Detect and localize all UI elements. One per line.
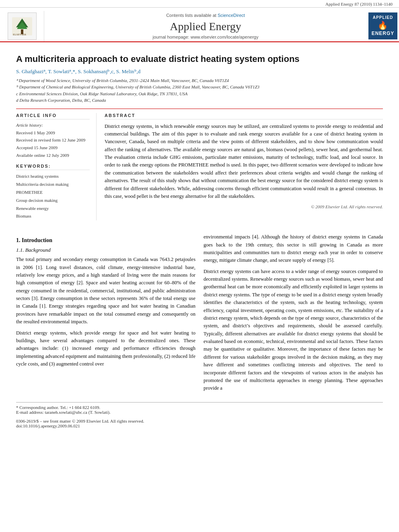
- affiliation-c: c Environmental Sciences Division, Oak R…: [16, 90, 383, 97]
- badge-applied: APPLIED: [370, 15, 396, 20]
- subsection1-heading: 1.1. Background: [16, 247, 195, 253]
- affiliation-d: d Delta Research Corporation, Delta, BC,…: [16, 97, 383, 104]
- affiliation-b: ᵇ Department of Chemical and Biological …: [16, 84, 383, 90]
- paper-title: A multicriteria approach to evaluate dis…: [16, 53, 383, 65]
- elsevier-logo-box: ELSEVIER: [8, 12, 37, 40]
- body-left-column: 1. Introduction 1.1. Background The tota…: [16, 233, 195, 396]
- body-para-1: The total primary and secondary energy c…: [16, 256, 195, 326]
- badge-flame-icon: 🔥: [370, 20, 396, 31]
- keywords-section: Keywords: District heating systems Multi…: [16, 164, 90, 220]
- keyword-3: PROMETHEE: [16, 189, 90, 197]
- info-abstract-columns: ARTICLE INFO Article history: Received 1…: [16, 113, 383, 221]
- keyword-4: Group decision making: [16, 197, 90, 205]
- keyword-1: District heating systems: [16, 173, 90, 181]
- header-middle: Contents lists available at ScienceDirec…: [44, 11, 367, 41]
- sciencedirect-line: Contents lists available at ScienceDirec…: [166, 13, 245, 18]
- keywords-heading: Keywords:: [16, 164, 90, 170]
- badge-box: APPLIED 🔥 ENERGY: [368, 12, 397, 39]
- footnote-section: * Corresponding author. Tel.: +1 604 822…: [16, 402, 383, 417]
- corresponding-author-note: * Corresponding author. Tel.: +1 604 822…: [16, 405, 383, 410]
- body-para-2: District energy systems, which provide e…: [16, 329, 195, 368]
- journal-homepage: journal homepage: www.elsevier.com/locat…: [153, 35, 259, 39]
- article-info-column: ARTICLE INFO Article history: Received 1…: [16, 113, 97, 221]
- keyword-5: Renewable energy: [16, 205, 90, 213]
- svg-text:ELSEVIER: ELSEVIER: [13, 33, 26, 36]
- accepted-date: Accepted 15 June 2009: [16, 144, 90, 152]
- doi-text: doi:10.1016/j.apenergy.2009.06.021: [16, 423, 383, 428]
- keyword-2: Multicriteria decision making: [16, 181, 90, 189]
- received-date: Received 1 May 2009: [16, 129, 90, 137]
- received-revised-date: Received in revised form 12 June 2009: [16, 136, 90, 144]
- elsevier-tree-icon: ELSEVIER: [10, 15, 34, 37]
- available-online-date: Available online 12 July 2009: [16, 152, 90, 159]
- affiliations: ᵃ Department of Wood Science, University…: [16, 77, 383, 104]
- article-info-heading: ARTICLE INFO: [16, 113, 90, 119]
- section1-heading: 1. Introduction: [16, 237, 195, 244]
- article-history-block: Article history: Received 1 May 2009 Rec…: [16, 123, 90, 159]
- journal-reference: Applied Energy 87 (2010) 1134–1140: [0, 0, 399, 8]
- issn-text: 0306-2619/$ – see front matter © 2009 El…: [16, 419, 383, 423]
- sciencedirect-link[interactable]: ScienceDirect: [218, 13, 245, 18]
- abstract-column: ABSTRACT District energy systems, in whi…: [105, 113, 383, 221]
- journal-header: ELSEVIER Contents lists available at Sci…: [0, 8, 399, 42]
- abstract-heading: ABSTRACT: [105, 113, 383, 119]
- abstract-text: District energy systems, in which renewa…: [105, 123, 383, 201]
- affiliation-a: ᵃ Department of Wood Science, University…: [16, 77, 383, 84]
- journal-ref-text: Applied Energy 87 (2010) 1134–1140: [325, 2, 393, 6]
- elsevier-logo: ELSEVIER: [0, 11, 44, 41]
- badge-energy: ENERGY: [370, 31, 396, 37]
- authors: S. Ghafghaziᵃ, T. Sowlatiᵃ,*, S. Sokhans…: [16, 68, 383, 75]
- email-note: E-mail address: taraneh.sowlati@ubc.ca (…: [16, 410, 383, 415]
- journal-title: Applied Energy: [170, 20, 241, 33]
- body-section: 1. Introduction 1.1. Background The tota…: [0, 227, 399, 402]
- section-divider: [16, 109, 383, 109]
- body-right-para-1: environmental impacts [4]. Although the …: [204, 233, 383, 265]
- doi-section: 0306-2619/$ – see front matter © 2009 El…: [0, 417, 399, 431]
- history-heading: Article history:: [16, 123, 90, 127]
- keyword-6: Biomass: [16, 212, 90, 220]
- applied-energy-badge: APPLIED 🔥 ENERGY: [367, 11, 399, 41]
- body-right-column: environmental impacts [4]. Although the …: [204, 233, 383, 396]
- copyright-line: © 2009 Elsevier Ltd. All rights reserved…: [105, 204, 383, 209]
- paper-content: A multicriteria approach to evaluate dis…: [0, 42, 399, 227]
- body-right-para-2: District energy systems can have access …: [204, 268, 383, 392]
